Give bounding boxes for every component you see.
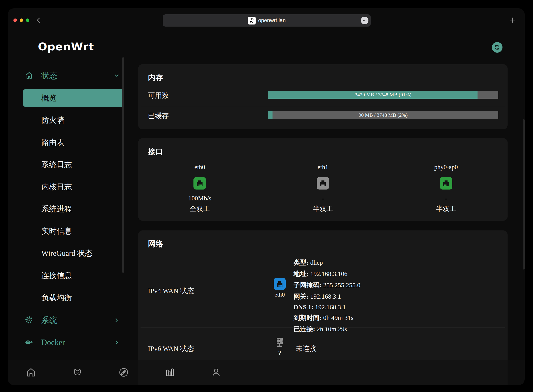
url-text: openwrt.lan	[258, 17, 286, 23]
detail-row: DNS 1: 192.168.3.1	[294, 303, 360, 311]
sidebar-item-realtime[interactable]: 实时信息	[23, 222, 124, 240]
sidebar-scrollbar[interactable]	[122, 57, 124, 273]
detail-value: 0h 49m 31s	[323, 314, 353, 321]
divider	[140, 106, 505, 106]
sidebar-item-label: 防火墙	[41, 115, 64, 126]
ethernet-port-icon	[440, 177, 452, 190]
interface-eth1[interactable]: eth1 - 半双工	[262, 164, 385, 214]
memory-available-label: 可用数	[148, 91, 169, 100]
cat-icon[interactable]	[72, 367, 83, 378]
close-window-button[interactable]	[13, 19, 17, 22]
memory-card-title: 内存	[148, 73, 163, 83]
detail-value: 255.255.255.0	[323, 281, 360, 289]
page-menu-ellipsis-button[interactable]	[361, 17, 369, 24]
detail-value: 192.168.3.1	[310, 293, 341, 300]
sidebar-group-status[interactable]: 状态	[24, 69, 124, 83]
network-card-title: 网络	[148, 239, 163, 249]
interface-name: eth1	[318, 164, 328, 174]
sidebar-group-docker-label: Docker	[41, 338, 65, 347]
sidebar-item-wireguard[interactable]: WireGuard 状态	[23, 244, 124, 262]
minimize-window-button[interactable]	[20, 19, 23, 22]
interface-speed: -	[322, 195, 324, 204]
page-scrollbar[interactable]	[523, 119, 525, 270]
sidebar-item-firewall[interactable]: 防火墙	[23, 111, 124, 129]
interface-duplex: 半双工	[436, 204, 456, 214]
ethernet-port-icon	[317, 177, 329, 190]
progress-text: 3429 MB / 3748 MB (91%)	[268, 91, 498, 99]
wan-ethernet-icon	[274, 278, 286, 290]
detail-value: 192.168.3.106	[310, 270, 347, 277]
sidebar-item-label: 概览	[41, 93, 57, 103]
detail-row: 到期时间: 0h 49m 31s	[294, 313, 360, 322]
detail-row: 子网掩码: 255.255.255.0	[294, 281, 360, 289]
sidebar-group-docker[interactable]: Docker	[24, 336, 124, 350]
detail-row: 网关: 192.168.3.1	[294, 292, 360, 301]
chevron-down-icon	[114, 73, 120, 79]
sidebar-item-label: WireGuard 状态	[41, 248, 93, 259]
interface-duplex: 半双工	[313, 204, 333, 214]
detail-value: 2h 10m 29s	[317, 325, 347, 333]
sidebar-item-label: 实时信息	[41, 226, 72, 236]
home-icon	[24, 71, 34, 80]
interface-columns: eth0 100Mb/s 全双工 eth1	[138, 164, 508, 214]
interface-duplex: 全双工	[190, 204, 210, 214]
address-bar[interactable]: openwrt.lan	[163, 14, 371, 27]
ipv6-status-text: 未连接	[296, 344, 316, 353]
link-icon[interactable]	[118, 367, 129, 378]
sidebar-item-routes[interactable]: 路由表	[23, 133, 124, 151]
chevron-right-icon	[114, 317, 120, 323]
memory-available-progressbar: 3429 MB / 3748 MB (91%)	[268, 91, 498, 99]
detail-key: 子网掩码:	[294, 281, 322, 289]
sidebar-group-system[interactable]: 系统	[24, 313, 124, 327]
interface-speed: -	[445, 195, 447, 204]
sidebar-item-system-log[interactable]: 系统日志	[23, 156, 124, 174]
wan-interface-name: ?	[273, 350, 287, 357]
ipv4-wan-icon-column: eth0	[273, 278, 287, 298]
detail-value: dhcp	[310, 259, 323, 266]
refresh-button[interactable]	[492, 42, 502, 53]
chevron-right-icon	[114, 340, 120, 345]
sidebar-item-label: 负载均衡	[41, 293, 72, 303]
sidebar-item-kernel-log[interactable]: 内核日志	[23, 178, 124, 196]
traffic-lights	[13, 19, 29, 22]
sidebar-item-processes[interactable]: 系统进程	[23, 200, 124, 218]
divider	[140, 327, 505, 327]
detail-key: 已连接:	[294, 325, 315, 333]
openwrt-favicon	[248, 17, 256, 24]
detail-row: 已连接: 2h 10m 29s	[294, 325, 360, 334]
detail-key: 地址:	[294, 270, 309, 277]
network-device-icon	[274, 336, 286, 348]
user-icon[interactable]	[210, 367, 222, 378]
detail-value: 192.168.3.1	[315, 303, 346, 311]
sidebar-item-overview[interactable]: 概览	[23, 89, 124, 107]
ipv6-wan-icon-column: ?	[273, 336, 287, 357]
new-tab-plus-button[interactable]	[509, 17, 516, 23]
interface-eth0[interactable]: eth0 100Mb/s 全双工	[138, 164, 262, 214]
ipv4-wan-details: 类型: dhcp 地址: 192.168.3.106 子网掩码: 255.255…	[294, 258, 360, 334]
detail-row: 地址: 192.168.3.106	[294, 270, 360, 278]
refresh-icon	[494, 44, 501, 51]
sidebar-item-label: 路由表	[41, 137, 64, 148]
interface-phy0-ap0[interactable]: phy0-ap0 - 半双工	[384, 164, 508, 214]
browser-window: openwrt.lan OpenWrt	[8, 8, 525, 385]
docker-whale-icon	[24, 338, 34, 347]
detail-key: 网关:	[294, 293, 309, 300]
bar-chart-icon[interactable]	[164, 367, 175, 378]
memory-cached-label: 已缓存	[148, 111, 169, 121]
sidebar-item-connections[interactable]: 连接信息	[23, 266, 124, 285]
ethernet-port-icon	[193, 177, 206, 190]
detail-key: 类型:	[294, 259, 309, 266]
back-button[interactable]	[35, 17, 42, 24]
memory-cached-progressbar: 90 MB / 3748 MB (2%)	[268, 111, 498, 119]
interface-name: eth0	[194, 164, 205, 174]
interface-speed: 100Mb/s	[188, 195, 211, 204]
sidebar-item-load-balancing[interactable]: 负载均衡	[23, 289, 124, 307]
interfaces-card: 接口 eth0 100Mb/s 全双工	[138, 138, 508, 221]
bottom-nav-bar	[8, 360, 525, 385]
detail-row: 类型: dhcp	[294, 258, 360, 267]
openwrt-logo[interactable]: OpenWrt	[38, 40, 94, 53]
zoom-window-button[interactable]	[26, 19, 29, 22]
ipv6-wan-label: IPv6 WAN 状态	[148, 344, 194, 353]
wan-interface-name: eth0	[273, 291, 287, 298]
home-icon[interactable]	[25, 367, 37, 378]
